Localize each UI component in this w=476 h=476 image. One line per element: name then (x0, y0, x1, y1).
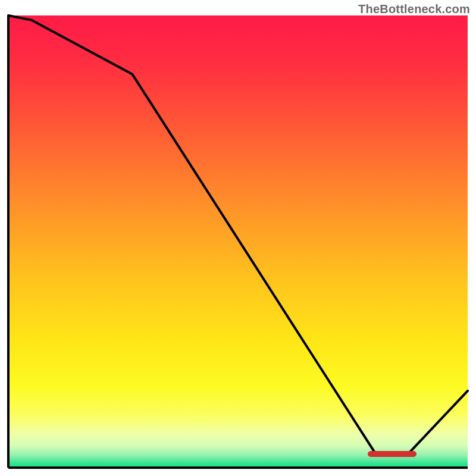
chart-marker (368, 451, 416, 457)
watermark-text: TheBottleneck.com (358, 2, 470, 16)
chart-canvas (0, 0, 476, 476)
chart-plot-area (8, 15, 468, 468)
